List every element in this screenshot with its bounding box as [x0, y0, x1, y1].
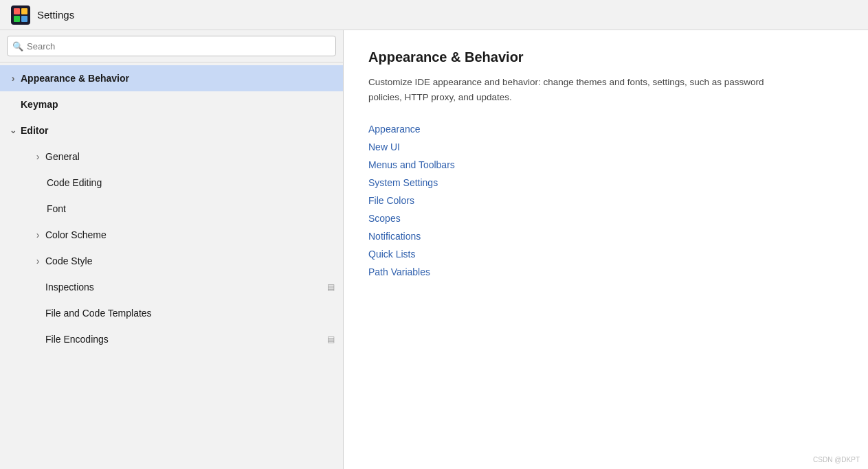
sidebar-item-general[interactable]: General — [0, 144, 343, 170]
sidebar-item-label: Keymap — [21, 99, 335, 110]
link-system-settings[interactable]: System Settings — [368, 177, 843, 188]
sidebar-item-label: Editor — [21, 125, 335, 136]
svg-rect-4 — [21, 16, 27, 22]
link-file-colors[interactable]: File Colors — [368, 195, 843, 206]
sidebar-item-file-encodings[interactable]: File Encodings ▤ — [0, 326, 343, 352]
link-appearance[interactable]: Appearance — [368, 124, 843, 135]
link-scopes[interactable]: Scopes — [368, 213, 843, 224]
sidebar-item-code-editing[interactable]: Code Editing — [0, 170, 343, 196]
content-description: Customize IDE appearance and behavior: c… — [368, 75, 781, 104]
chevron-right-icon — [33, 152, 43, 161]
main-container: 🔍 Appearance & Behavior Keymap Editor — [0, 30, 868, 469]
search-input[interactable] — [7, 36, 336, 56]
sidebar-item-label: General — [45, 151, 335, 162]
content-panel: Appearance & Behavior Customize IDE appe… — [344, 30, 868, 469]
sidebar-item-label: Code Style — [45, 255, 335, 266]
title-bar: Settings — [0, 0, 868, 30]
sidebar-item-label: Font — [47, 203, 335, 214]
sidebar-item-label: Color Scheme — [45, 229, 335, 240]
sidebar-item-label: Code Editing — [47, 177, 335, 188]
svg-rect-3 — [14, 16, 20, 22]
sidebar-item-code-style[interactable]: Code Style — [0, 248, 343, 274]
sidebar-item-label: File and Code Templates — [45, 308, 335, 319]
nav-tree: Appearance & Behavior Keymap Editor Gene… — [0, 62, 343, 469]
link-path-variables[interactable]: Path Variables — [368, 266, 843, 277]
link-menus-toolbars[interactable]: Menus and Toolbars — [368, 159, 843, 170]
sidebar-item-inspections[interactable]: Inspections ▤ — [0, 274, 343, 300]
sidebar-item-font[interactable]: Font — [0, 196, 343, 222]
sidebar-item-keymap[interactable]: Keymap — [0, 91, 343, 117]
sidebar-item-file-code-templates[interactable]: File and Code Templates — [0, 300, 343, 326]
svg-rect-0 — [11, 5, 30, 25]
window-title: Settings — [37, 9, 74, 21]
content-links: Appearance New UI Menus and Toolbars Sys… — [368, 124, 843, 277]
sidebar-item-editor[interactable]: Editor — [0, 117, 343, 144]
app-logo-icon — [11, 5, 30, 25]
template-icon: ▤ — [327, 282, 335, 292]
chevron-down-icon — [8, 126, 18, 135]
svg-rect-1 — [14, 8, 20, 14]
sidebar-item-label: Inspections — [45, 282, 324, 293]
sidebar: 🔍 Appearance & Behavior Keymap Editor — [0, 30, 344, 469]
sidebar-item-label: Appearance & Behavior — [21, 73, 335, 84]
content-title: Appearance & Behavior — [368, 49, 843, 65]
sidebar-item-appearance-behavior[interactable]: Appearance & Behavior — [0, 65, 343, 91]
sidebar-item-color-scheme[interactable]: Color Scheme — [0, 222, 343, 248]
svg-rect-2 — [21, 8, 27, 14]
chevron-right-icon — [33, 230, 43, 240]
link-notifications[interactable]: Notifications — [368, 231, 843, 242]
search-wrapper: 🔍 — [7, 36, 336, 56]
search-icon: 🔍 — [12, 41, 23, 52]
sidebar-item-label: File Encodings — [45, 334, 324, 345]
watermark: CSDN @DKPT — [813, 456, 860, 464]
link-quick-lists[interactable]: Quick Lists — [368, 249, 843, 260]
link-new-ui[interactable]: New UI — [368, 141, 843, 152]
chevron-right-icon — [33, 256, 43, 266]
chevron-right-icon — [8, 73, 18, 83]
search-bar: 🔍 — [0, 30, 343, 62]
template-icon: ▤ — [327, 334, 335, 344]
